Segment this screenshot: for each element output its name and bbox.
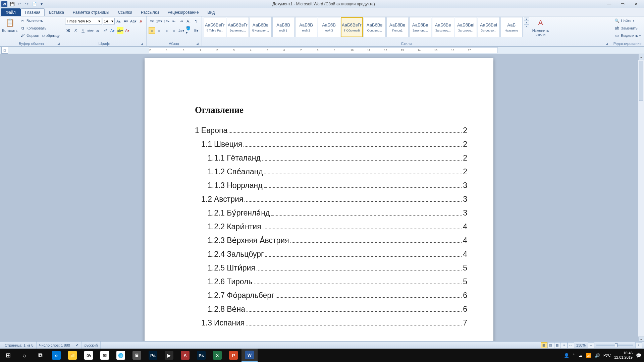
font-color-button[interactable]: A▾ (124, 27, 131, 34)
text-effects-button[interactable]: A▾ (109, 27, 116, 34)
tb-mail[interactable]: ✉ (97, 349, 113, 362)
increase-indent-button[interactable]: ⇥ (178, 18, 185, 24)
paste-button[interactable]: 📋 Вставить (2, 17, 17, 39)
para-launcher[interactable]: ◢ (196, 42, 200, 46)
tab-review[interactable]: Рецензирование (163, 8, 203, 16)
tb-edge[interactable]: e (48, 349, 64, 362)
status-proofing[interactable]: ✔ (73, 342, 82, 349)
shrink-font-button[interactable]: A▾ (123, 18, 129, 24)
shading-button[interactable]: 🪣▾ (185, 27, 192, 34)
subscript-button[interactable]: x₂ (95, 27, 101, 34)
decrease-indent-button[interactable]: ⇤ (171, 18, 177, 24)
tray-language[interactable]: РУС (603, 353, 611, 357)
tb-ppt[interactable]: P (225, 349, 241, 362)
scroll-up-arrow[interactable]: ▴ (638, 54, 644, 60)
style-item[interactable]: АаБбВв¶ Ковален... (250, 17, 272, 37)
tb-excel[interactable]: X (209, 349, 225, 362)
tb-movies[interactable]: ▶ (161, 349, 177, 362)
style-item[interactable]: АаБбВвПопов1 (386, 17, 409, 37)
style-item[interactable]: АаБбВвГг¶ Table Pa... (204, 17, 226, 37)
format-painter-button[interactable]: 🖌Формат по образцу (19, 32, 61, 39)
styles-gallery[interactable]: АаБбВвГг¶ Table Pa...АаБбВвГгБез интер..… (204, 17, 523, 39)
tab-references[interactable]: Ссылки (114, 8, 137, 16)
style-item[interactable]: АаБбВмой 3 (318, 17, 340, 37)
style-item[interactable]: АаБбВвIЗаголово... (478, 17, 500, 37)
tray-onedrive-icon[interactable]: ☁ (578, 353, 583, 358)
horizontal-ruler[interactable]: 2101234567891011121314151617 (149, 47, 498, 53)
vertical-scrollbar[interactable]: ▴ ▾ (638, 54, 644, 343)
align-left-button[interactable]: ≡ (149, 27, 155, 34)
cut-button[interactable]: ✂Вырезать (19, 17, 61, 24)
change-styles-button[interactable]: A Изменить стили (531, 17, 551, 39)
zoom-knob[interactable] (615, 343, 618, 347)
qat-save[interactable]: 💾 (9, 1, 15, 7)
zoom-level[interactable]: 130% (576, 343, 586, 347)
bold-button[interactable]: Ж (65, 27, 72, 34)
tb-chrome[interactable]: 🌐 (113, 349, 129, 362)
tb-explorer[interactable]: 📁 (64, 349, 80, 362)
toc-entry[interactable]: 1.2.2 Кари́нтия 4 (195, 222, 467, 231)
borders-button[interactable]: ⊞▾ (193, 27, 200, 34)
tray-network-icon[interactable]: 📶 (586, 353, 591, 358)
view-draft[interactable]: ▭ (568, 342, 574, 348)
close-button[interactable]: ✕ (629, 0, 643, 8)
qat-customize[interactable]: ▾ (38, 1, 45, 7)
show-marks-button[interactable]: ¶ (193, 18, 200, 24)
style-item[interactable]: АаБбВвГг¶ Обычный (341, 17, 363, 37)
view-print-layout[interactable]: ▦ (541, 342, 547, 348)
clipboard-launcher[interactable]: ◢ (57, 42, 61, 46)
tb-word[interactable]: W (241, 349, 258, 362)
toc-entry[interactable]: 1.1.1 Гёталанд 2 (195, 154, 467, 163)
style-item[interactable]: АаБбВвЗаголово... (409, 17, 431, 37)
toc-entry[interactable]: 1.2.1 Бу́ргенла́нд 3 (195, 208, 467, 218)
sort-button[interactable]: A↓ (185, 18, 192, 24)
qat-undo[interactable]: ↶ (16, 1, 23, 7)
search-button[interactable]: ⌕ (16, 349, 32, 362)
status-language[interactable]: русский (82, 342, 101, 349)
toc-entry[interactable]: 1.2.5 Шти́рия 5 (195, 263, 467, 273)
tab-mailings[interactable]: Рассылки (137, 8, 163, 16)
maximize-button[interactable]: ▭ (616, 0, 629, 8)
highlight-button[interactable]: ab▾ (117, 27, 123, 34)
strike-button[interactable]: abc (87, 27, 94, 34)
toc-entry[interactable]: 1.1.2 Све́аланд 2 (195, 167, 467, 176)
clear-format-button[interactable]: A̷ (138, 18, 144, 24)
grow-font-button[interactable]: A▴ (115, 18, 122, 24)
toc-entry[interactable]: 1.2.4 Зальцбург 4 (195, 250, 467, 259)
find-button[interactable]: 🔍Найти▾ (613, 17, 642, 24)
status-page[interactable]: Страница: 1 из 8 (2, 342, 37, 349)
style-item[interactable]: АаБНазвание (500, 17, 523, 37)
toc-entry[interactable]: 1.2.8 Ве́на 6 (195, 305, 467, 314)
qat-redo[interactable]: ↷ (23, 1, 30, 7)
style-item[interactable]: АаБбВвЗаголово... (432, 17, 454, 37)
styles-scroll[interactable]: ▴▾▾ (524, 17, 529, 28)
style-item[interactable]: АаБбВвОсновно... (364, 17, 386, 37)
toc-entry[interactable]: 1.2.7 Фо́рарльберг 6 (195, 291, 467, 300)
justify-button[interactable]: ≡ (171, 27, 177, 34)
numbering-button[interactable]: 1≡▾ (156, 18, 163, 24)
tb-ps[interactable]: Ps (145, 349, 161, 362)
ruler-toggle[interactable]: ◳ (1, 47, 8, 54)
toc-entry[interactable]: 1.3 Испания 7 (195, 318, 467, 327)
task-view-button[interactable]: ⧉ (32, 349, 48, 362)
underline-button[interactable]: Ч (80, 27, 87, 34)
tb-abbyy[interactable]: A (177, 349, 193, 362)
italic-button[interactable]: К (72, 27, 79, 34)
zoom-in-button[interactable]: + (635, 342, 642, 348)
view-web[interactable]: ▦ (554, 342, 561, 348)
tab-insert[interactable]: Вставка (45, 8, 68, 16)
view-outline[interactable]: ≡ (561, 342, 568, 348)
style-item[interactable]: АаБбВмой 2 (295, 17, 317, 37)
style-item[interactable]: АаБбВвIЗаголово... (455, 17, 477, 37)
line-spacing-button[interactable]: ‡≡▾ (178, 27, 185, 34)
status-words[interactable]: Число слов: 1 880 (37, 342, 73, 349)
view-fullscreen[interactable]: ▤ (547, 342, 554, 348)
toc-entry[interactable]: 1.2.6 Тироль 5 (195, 277, 467, 286)
tray-notifications-icon[interactable]: 💬 (636, 353, 641, 358)
style-item[interactable]: АаБбВмой 1 (272, 17, 294, 37)
tab-file[interactable]: Файл (1, 8, 21, 16)
select-button[interactable]: ▭Выделить▾ (613, 32, 642, 39)
tray-volume-icon[interactable]: 🔊 (595, 353, 600, 358)
align-right-button[interactable]: ≡ (163, 27, 170, 34)
copy-button[interactable]: ⧉Копировать (19, 24, 61, 32)
